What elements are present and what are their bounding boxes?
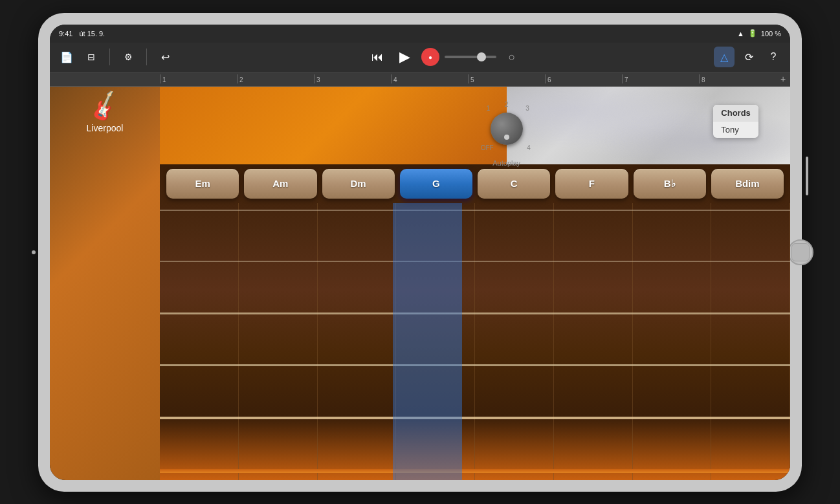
transport-group: ⏮ ▶ ● ○	[181, 45, 709, 69]
autoplay-2-label: 2	[505, 101, 509, 108]
master-icon: ○	[509, 50, 516, 64]
home-button[interactable]	[788, 239, 813, 265]
chord-bb[interactable]: B♭	[634, 169, 706, 199]
help-button[interactable]: ?	[763, 47, 784, 67]
popup-tony[interactable]: Tony	[713, 122, 758, 138]
string-2	[160, 261, 790, 262]
add-section-button[interactable]: +	[776, 74, 790, 84]
ruler-6: 6	[545, 74, 622, 83]
master-button[interactable]: ○	[502, 47, 522, 67]
status-bar: 9:41 út 15. 9. ▲ 🔋 100 %	[50, 25, 790, 43]
autoplay-knob[interactable]	[491, 113, 523, 145]
battery-icon: 🔋	[748, 29, 757, 38]
file-group: 📄 ⊟	[56, 47, 102, 67]
dial-knob-dot	[504, 135, 509, 140]
track-lanes: OFF 1 2 3 4 Autoplay	[160, 87, 790, 164]
chord-em[interactable]: Em	[166, 169, 239, 199]
ruler-7: 7	[622, 74, 699, 83]
timeline-ruler: 1 2 3 4 5 6 7 8 +	[50, 72, 790, 87]
battery-pct: 100 %	[761, 30, 781, 38]
new-song-button[interactable]: 📄	[56, 47, 77, 67]
new-song-icon: 📄	[60, 51, 73, 63]
chord-dm[interactable]: Dm	[322, 169, 395, 199]
chord-c[interactable]: C	[478, 169, 550, 199]
status-right: ▲ 🔋 100 %	[737, 29, 781, 38]
chord-g[interactable]: G	[400, 169, 472, 199]
chord-buttons: Em Am Dm G C F B♭ Bdim	[160, 164, 790, 203]
track-header: 🎸 Liverpool	[50, 87, 160, 480]
ruler-section: 1 2 3 4 5 6 7 8	[160, 74, 776, 83]
ipad-frame: 9:41 út 15. 9. ▲ 🔋 100 % 📄 ⊟	[38, 13, 802, 492]
ruler-8: 8	[699, 74, 776, 83]
autoplay-off-label: OFF	[481, 144, 494, 151]
chord-f[interactable]: F	[555, 169, 628, 199]
toolbar: 📄 ⊟ ⚙ ↩ ⏮ ▶	[50, 43, 790, 72]
chord-tony-popup: Chords Tony	[713, 105, 758, 138]
autoplay-control: OFF 1 2 3 4 Autoplay	[478, 100, 536, 167]
autoplay-4-label: 4	[527, 144, 531, 151]
smart-controls-icon: △	[720, 51, 728, 63]
volume-knob	[477, 52, 486, 61]
track-region	[160, 87, 507, 164]
main-area: 🎸 Liverpool	[50, 87, 790, 480]
track-name: Liverpool	[87, 123, 124, 133]
play-button[interactable]: ▶	[393, 45, 416, 69]
mixer-button[interactable]: ⚙	[118, 47, 138, 67]
loop-button[interactable]: ⟳	[738, 47, 759, 67]
mixer-icon: ⚙	[124, 52, 133, 62]
ruler-2: 2	[237, 74, 314, 83]
rewind-button[interactable]: ⏮	[367, 47, 388, 67]
divider-1	[109, 49, 110, 65]
guitar-fretboard[interactable]: Em Am Dm G C F B♭ Bdim	[160, 164, 790, 480]
content-area: OFF 1 2 3 4 Autoplay	[160, 87, 790, 480]
ruler-1: 1	[160, 74, 237, 83]
ruler-4: 4	[391, 74, 468, 83]
popup-chords[interactable]: Chords	[713, 105, 758, 122]
help-icon: ?	[771, 51, 777, 63]
power-button[interactable]	[806, 157, 808, 195]
rewind-icon: ⏮	[371, 50, 383, 64]
fret-strings	[160, 203, 790, 480]
ipad-screen: 9:41 út 15. 9. ▲ 🔋 100 % 📄 ⊟	[50, 25, 790, 480]
track-view-button[interactable]: ⊟	[81, 47, 102, 67]
divider-2	[146, 49, 147, 65]
active-chord-highlight	[393, 203, 462, 480]
side-camera	[32, 250, 36, 254]
autoplay-3-label: 3	[525, 105, 529, 112]
loop-icon: ⟳	[745, 51, 753, 63]
undo-icon: ↩	[161, 51, 170, 63]
chord-am[interactable]: Am	[244, 169, 316, 199]
smart-controls-button[interactable]: △	[714, 47, 735, 67]
wifi-icon: ▲	[737, 30, 744, 38]
mixer-group: ⚙	[118, 47, 138, 67]
string-6	[160, 469, 790, 473]
date: út 15. 9.	[79, 30, 105, 38]
record-icon: ●	[428, 54, 432, 61]
track-icon: 🎸	[87, 89, 124, 124]
string-4	[160, 364, 790, 366]
status-left: 9:41 út 15. 9.	[59, 30, 105, 38]
ruler-3: 3	[314, 74, 391, 83]
autoplay-dial-container: OFF 1 2 3 4	[478, 100, 536, 158]
play-icon: ▶	[399, 49, 410, 65]
track-info: 🎸 Liverpool	[56, 93, 153, 133]
string-5	[160, 417, 790, 419]
autoplay-1-label: 1	[487, 105, 491, 112]
string-1	[160, 210, 790, 211]
ruler-5: 5	[468, 74, 545, 83]
chord-bdim[interactable]: Bdim	[711, 169, 784, 199]
home-button-inner	[791, 243, 810, 261]
undo-button[interactable]: ↩	[155, 47, 175, 67]
track-view-icon: ⊟	[87, 52, 95, 62]
right-group: △ ⟳ ?	[714, 47, 784, 67]
time: 9:41	[59, 30, 72, 38]
string-3	[160, 312, 790, 314]
volume-slider[interactable]	[445, 56, 496, 58]
record-button[interactable]: ●	[421, 48, 439, 66]
